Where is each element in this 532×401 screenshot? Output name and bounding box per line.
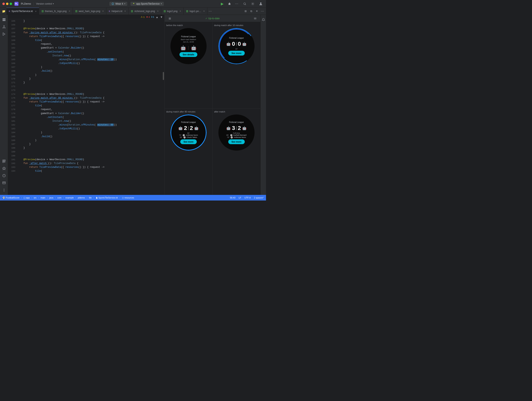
more-options-button[interactable]: ⋯ bbox=[234, 1, 240, 7]
preview-toolbar: ⊞ bbox=[167, 16, 173, 21]
preview-cell-label: during match after 10 minutes bbox=[214, 24, 244, 26]
info-icon: ℹ bbox=[151, 16, 152, 18]
code-line-194: 194 tile( bbox=[8, 169, 165, 173]
editor-more-button[interactable]: ⋯ bbox=[260, 8, 265, 14]
breadcrumb-tile: tile bbox=[89, 197, 92, 199]
tab-logo2[interactable]: 🖼 logo2.png ✕ bbox=[161, 8, 184, 15]
statusbar: ⚽ FootballScore › app › src › main › jav… bbox=[0, 195, 266, 200]
line-number: 164 bbox=[8, 54, 18, 58]
chevron-down-icon: ▾ bbox=[161, 3, 162, 5]
line-number: 163 bbox=[8, 50, 18, 54]
settings-button[interactable] bbox=[250, 1, 256, 7]
toggle-layout-button[interactable]: ⊞ bbox=[243, 8, 248, 14]
line-number: 190 bbox=[8, 154, 18, 158]
code-line-182: 182 .minus(Duration.ofMinutes( minutes: … bbox=[8, 123, 165, 127]
close-tab-icon[interactable]: ✕ bbox=[102, 10, 104, 12]
tab-west-ham-logo[interactable]: 🖼 west_ham_logo.png ✕ bbox=[73, 8, 106, 15]
teams-row: 🤖 🤖 bbox=[180, 45, 196, 50]
line-number: 192 bbox=[8, 162, 18, 165]
cursor-position: 56:43 bbox=[230, 197, 235, 199]
preview-more-button[interactable] bbox=[252, 16, 258, 21]
close-tab-icon[interactable]: ✕ bbox=[35, 10, 37, 12]
home-team-icon: 🤖 bbox=[180, 45, 186, 50]
close-tab-icon[interactable]: ✕ bbox=[179, 10, 181, 12]
line-content: } bbox=[18, 19, 165, 23]
line-content: tile( bbox=[18, 104, 165, 108]
wear-badge[interactable]: Wear 4 ▾ bbox=[109, 2, 127, 6]
code-line-190: 190 bbox=[8, 154, 165, 158]
line-number: 177 bbox=[8, 104, 18, 108]
run-button[interactable]: ▶ bbox=[219, 1, 225, 7]
line-content: return TilePreviewData({ resources() }) … bbox=[18, 165, 165, 169]
see-more-button-after[interactable]: See more bbox=[228, 139, 245, 144]
debug-button[interactable] bbox=[227, 1, 232, 7]
line-content: } bbox=[18, 142, 165, 146]
tab-label: themes_fc_logo.png bbox=[45, 10, 67, 13]
sidebar-mail-button[interactable] bbox=[1, 180, 7, 186]
more-tabs-button[interactable]: ⋯ bbox=[207, 8, 213, 14]
code-line-180: 180 .setInstant( bbox=[8, 116, 165, 119]
breadcrumb-project: ⚽ FootballScore bbox=[2, 197, 19, 199]
separator: › bbox=[87, 197, 87, 199]
line-number: 182 bbox=[8, 123, 18, 127]
kt-icon: K bbox=[9, 10, 10, 12]
close-tab-icon[interactable]: ✕ bbox=[69, 10, 70, 12]
away-team-icon: 🤖 bbox=[191, 45, 196, 50]
close-tab-icon[interactable]: ✕ bbox=[203, 10, 205, 12]
tab-label: logo2.png bbox=[167, 10, 178, 13]
line-number: 167 bbox=[8, 66, 18, 69]
search-button[interactable] bbox=[242, 1, 247, 7]
sidebar-vcs-button[interactable] bbox=[1, 24, 7, 30]
expand-errors-button[interactable]: ▲ bbox=[156, 15, 158, 19]
code-line-174: 174 @Preview(device = WearDevices.SMALL_… bbox=[8, 93, 165, 96]
watch-face-during-80: Fictional League 🤖 2 | 2 🤖 80' 70' ⚽ bbox=[171, 114, 207, 151]
chevron-down-icon: ▾ bbox=[124, 3, 125, 5]
code-line-161: 161 request, bbox=[8, 42, 165, 46]
vertical-scrollbar-thumb[interactable] bbox=[163, 72, 164, 80]
service-badge[interactable]: app.SportsTileService ▾ bbox=[131, 2, 164, 6]
line-content: tile( bbox=[18, 169, 165, 173]
sidebar-plugins-button[interactable] bbox=[1, 158, 7, 164]
profile-button[interactable] bbox=[258, 1, 264, 7]
sidebar-more-button[interactable] bbox=[1, 187, 7, 193]
see-details-button[interactable]: See details bbox=[179, 52, 197, 57]
close-tab-icon[interactable]: ✕ bbox=[157, 10, 158, 12]
sidebar-run-button[interactable] bbox=[1, 31, 7, 37]
separator: › bbox=[55, 197, 56, 199]
sidebar-notifications-button[interactable] bbox=[1, 173, 7, 179]
line-number: 158 bbox=[8, 31, 18, 35]
line-content: fun `during match after 10 minutes`(): T… bbox=[18, 31, 165, 35]
editor-area: ⚠ 1 ⊗ 4 ℹ 5 ▲ ▼ 155 } 156 bbox=[8, 15, 165, 195]
project-tree-button[interactable]: 📁 bbox=[1, 8, 6, 14]
tab-sportstileservice[interactable]: K SportsTileService.kt ✕ bbox=[6, 8, 39, 15]
tab-themes-fc-logo[interactable]: 🖼 themes_fc_logo.png ✕ bbox=[39, 8, 73, 15]
tab-label: SportsTileService.kt bbox=[12, 10, 33, 13]
close-tab-icon[interactable]: ✕ bbox=[124, 10, 126, 12]
sidebar-project-button[interactable] bbox=[1, 16, 7, 23]
tab-label: Helpers.kt bbox=[111, 10, 122, 13]
line-content: gameStart = Calendar.Builder() bbox=[18, 112, 165, 116]
line-content: fun `during match after 80 minutes`(): T… bbox=[18, 96, 165, 100]
collapse-errors-button[interactable]: ▼ bbox=[160, 15, 163, 19]
line-content: @Preview(device = WearDevices.SMALL_ROUN… bbox=[18, 158, 165, 162]
close-editor-button[interactable]: ✕ bbox=[254, 8, 260, 14]
close-button[interactable] bbox=[2, 3, 5, 5]
maximize-button[interactable] bbox=[10, 3, 12, 5]
minimize-button[interactable] bbox=[6, 3, 8, 5]
split-editor-button[interactable]: ⧉ bbox=[248, 8, 254, 14]
line-number: 173 bbox=[8, 89, 18, 92]
app-icon: PL bbox=[14, 2, 19, 6]
version-control[interactable]: Version control ▾ bbox=[36, 2, 54, 5]
code-line-187: 187 } bbox=[8, 142, 165, 146]
svg-rect-2 bbox=[112, 4, 113, 5]
code-editor[interactable]: 155 } 156 157 @Preview(device = WearDevi… bbox=[8, 19, 165, 195]
preview-grid-button[interactable]: ⊞ bbox=[167, 16, 173, 21]
tab-helpers[interactable]: K Helpers.kt ✕ bbox=[106, 8, 128, 15]
line-number: 191 bbox=[8, 158, 18, 162]
notifications-button[interactable] bbox=[260, 16, 266, 23]
sidebar-sketch-button[interactable] bbox=[1, 165, 7, 172]
svg-point-9 bbox=[3, 28, 3, 28]
tab-logo1[interactable]: 🖼 logo1.pn… ✕ bbox=[184, 8, 207, 15]
code-line-168: 168 .build() bbox=[8, 69, 165, 73]
tab-richmond-logo[interactable]: 🖼 richmond_logo.png ✕ bbox=[128, 8, 161, 15]
